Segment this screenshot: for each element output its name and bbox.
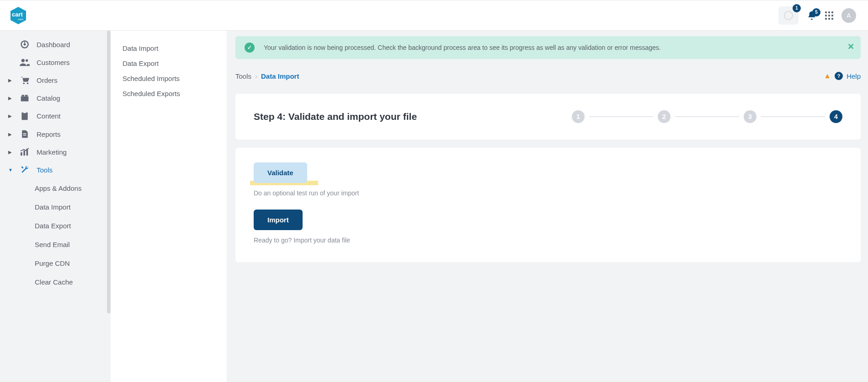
people-icon: [19, 58, 30, 66]
sublink-data-import[interactable]: Data Import: [122, 41, 215, 56]
topbar: cart .com 1 5 A: [0, 0, 868, 31]
nav-label: Tools: [37, 166, 53, 174]
svg-rect-11: [21, 95, 24, 96]
validate-desc: Do an optional test run of your import: [254, 189, 842, 197]
nav-label: Reports: [37, 130, 61, 138]
clipboard-icon: [19, 111, 30, 120]
nav-customers[interactable]: Customers: [0, 54, 111, 71]
nav-sub-data-export[interactable]: Data Export: [0, 216, 111, 235]
process-count-badge: 1: [793, 4, 801, 12]
svg-point-8: [23, 82, 25, 84]
notifications[interactable]: 5: [807, 11, 817, 21]
warning-icon[interactable]: ▲: [824, 72, 831, 80]
logo[interactable]: cart .com: [8, 5, 28, 26]
sublink-scheduled-imports[interactable]: Scheduled Imports: [122, 71, 215, 86]
gauge-icon: [19, 40, 30, 49]
notif-count-badge: 5: [812, 8, 820, 16]
step-line: [589, 116, 653, 117]
avatar[interactable]: A: [841, 8, 856, 23]
step-card: Step 4: Validate and import your file 1 …: [235, 94, 861, 140]
svg-rect-10: [21, 97, 29, 102]
sublink-scheduled-exports[interactable]: Scheduled Exports: [122, 86, 215, 101]
breadcrumb: Tools › Data Import: [235, 72, 299, 80]
step-line: [675, 116, 739, 117]
step-circle-4[interactable]: 4: [830, 110, 842, 123]
svg-point-7: [26, 59, 28, 62]
action-card: Validate Do an optional test run of your…: [235, 148, 861, 262]
svg-rect-16: [23, 135, 27, 136]
nav-label: Orders: [37, 76, 58, 84]
apps-grid-icon[interactable]: [825, 11, 833, 20]
nav-dashboard[interactable]: Dashboard: [0, 35, 111, 54]
svg-rect-12: [25, 95, 28, 96]
caret-icon: ▶: [8, 96, 13, 101]
cart-logo-icon: cart .com: [8, 5, 28, 26]
caret-icon: ▶: [8, 132, 13, 137]
sidebar-secondary: Data Import Data Export Scheduled Import…: [111, 31, 227, 382]
svg-rect-18: [23, 151, 25, 156]
nav-sub-send-email[interactable]: Send Email: [0, 235, 111, 254]
validate-button[interactable]: Validate: [254, 162, 307, 183]
validation-alert: ✓ Your validation is now being processed…: [235, 36, 861, 59]
nav-sub-clear-cache[interactable]: Clear Cache: [0, 273, 111, 291]
close-icon[interactable]: ✕: [847, 42, 854, 52]
sublink-data-export[interactable]: Data Export: [122, 56, 215, 71]
box-icon: [19, 94, 30, 102]
breadcrumb-row: Tools › Data Import ▲ ? Help: [235, 72, 861, 80]
nav-label: Content: [37, 112, 61, 120]
import-button[interactable]: Import: [254, 210, 303, 230]
nav-tools[interactable]: ▼ Tools: [0, 161, 111, 179]
caret-icon: ▶: [8, 113, 13, 118]
svg-rect-15: [23, 133, 27, 134]
svg-point-9: [27, 82, 29, 84]
step-circle-1[interactable]: 1: [572, 110, 585, 123]
crumb-tools[interactable]: Tools: [235, 72, 251, 80]
main: ✓ Your validation is now being processed…: [227, 31, 868, 382]
nav-sub-data-import[interactable]: Data Import: [0, 198, 111, 216]
svg-rect-5: [24, 41, 25, 43]
help-row: ▲ ? Help: [824, 72, 861, 80]
svg-rect-17: [21, 152, 22, 156]
nav-sub-apps-addons[interactable]: Apps & Addons: [0, 179, 111, 198]
nav-label: Catalog: [37, 94, 60, 102]
step-circle-2[interactable]: 2: [658, 110, 671, 123]
spinner-icon: [784, 11, 793, 20]
help-link[interactable]: Help: [847, 72, 861, 80]
nav-content[interactable]: ▶ Content: [0, 107, 111, 125]
svg-rect-13: [21, 113, 27, 120]
question-circle-icon[interactable]: ?: [835, 72, 843, 80]
nav-label: Marketing: [37, 148, 67, 156]
topbar-right: 1 5 A: [778, 6, 856, 25]
nav-label: Customers: [37, 59, 70, 66]
stepper: 1 2 3 4: [428, 110, 842, 123]
crumb-current: Data Import: [261, 72, 299, 80]
caret-icon: ▶: [8, 150, 13, 155]
file-icon: [19, 129, 30, 139]
step-circle-3[interactable]: 3: [744, 110, 756, 123]
sidebar-primary: Dashboard Customers ▶ Orders ▶ Catalog ▶: [0, 31, 111, 382]
step-title: Step 4: Validate and import your file: [254, 111, 417, 122]
check-circle-icon: ✓: [245, 43, 255, 53]
svg-point-6: [21, 59, 25, 62]
alert-text: Your validation is now being processed. …: [264, 44, 661, 51]
nav-reports[interactable]: ▶ Reports: [0, 125, 111, 143]
nav-orders[interactable]: ▶ Orders: [0, 71, 111, 89]
import-desc: Ready to go? Import your data file: [254, 237, 842, 244]
crumb-sep: ›: [255, 72, 257, 80]
nav-catalog[interactable]: ▶ Catalog: [0, 89, 111, 107]
svg-text:cart: cart: [12, 11, 23, 18]
svg-text:.com: .com: [17, 18, 23, 21]
background-processes[interactable]: 1: [778, 6, 799, 25]
step-line: [761, 116, 825, 117]
cart-icon: [19, 75, 30, 85]
nav-sub-purge-cdn[interactable]: Purge CDN: [0, 254, 111, 273]
nav-label: Dashboard: [37, 41, 70, 48]
caret-icon: ▶: [8, 78, 13, 83]
svg-point-4: [24, 43, 26, 46]
svg-rect-14: [23, 111, 27, 113]
nav-marketing[interactable]: ▶ Marketing: [0, 143, 111, 161]
chart-icon: [19, 148, 30, 156]
caret-down-icon: ▼: [8, 167, 13, 172]
tools-icon: [19, 165, 30, 174]
